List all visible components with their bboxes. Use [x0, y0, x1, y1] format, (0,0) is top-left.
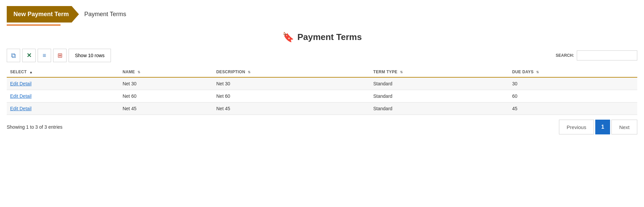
cell-name: Net 60 — [119, 90, 213, 102]
cell-description: Net 60 — [213, 90, 370, 102]
sort-icon-name[interactable]: ⇅ — [137, 70, 140, 74]
col-term-type: TERM TYPE ⇅ — [370, 67, 509, 77]
cell-due-days: 60 — [509, 90, 637, 102]
cell-description: Net 30 — [213, 77, 370, 90]
sort-icon-term-type[interactable]: ⇅ — [400, 70, 403, 74]
toolbar-right: SEARCH: — [556, 50, 637, 60]
sort-icon-description[interactable]: ⇅ — [248, 70, 250, 74]
cell-term-type: Standard — [370, 102, 509, 115]
cell-name: Net 30 — [119, 77, 213, 90]
table-row: Edit DetailNet 45Net 45Standard45 — [7, 102, 637, 115]
search-label: SEARCH: — [556, 53, 574, 58]
cell-description: Net 45 — [213, 102, 370, 115]
excel-icon: ✕ — [27, 52, 32, 59]
excel-button[interactable]: ✕ — [22, 49, 36, 62]
edit-detail-cell: Edit Detail — [7, 90, 119, 102]
edit-detail-cell: Edit Detail — [7, 102, 119, 115]
page-title-area: 🔖 Payment Terms — [0, 32, 644, 43]
cell-due-days: 30 — [509, 77, 637, 90]
next-button[interactable]: Next — [611, 120, 637, 134]
cell-term-type: Standard — [370, 90, 509, 102]
pagination: Previous 1 Next — [559, 120, 637, 134]
toolbar: ⧉ ✕ ≡ ⊞ Show 10 rows SEARCH: — [0, 46, 644, 65]
edit-detail-link[interactable]: Edit Detail — [10, 81, 32, 86]
pdf-button[interactable]: ⊞ — [53, 49, 67, 62]
table-container: SELECT ▲ NAME ⇅ DESCRIPTION ⇅ TERM TYPE … — [0, 67, 644, 115]
search-input[interactable] — [577, 50, 637, 60]
pdf-icon: ⊞ — [57, 52, 63, 59]
breadcrumb: Payment Terms — [84, 11, 126, 18]
show-rows-button[interactable]: Show 10 rows — [69, 49, 111, 62]
cell-name: Net 45 — [119, 102, 213, 115]
csv-icon: ≡ — [43, 52, 46, 59]
payment-terms-table: SELECT ▲ NAME ⇅ DESCRIPTION ⇅ TERM TYPE … — [7, 67, 637, 115]
col-select: SELECT ▲ — [7, 67, 119, 77]
sort-icon-select[interactable]: ▲ — [29, 70, 33, 74]
header-underline — [7, 25, 61, 26]
col-description: DESCRIPTION ⇅ — [213, 67, 370, 77]
copy-button[interactable]: ⧉ — [7, 49, 20, 62]
cell-term-type: Standard — [370, 77, 509, 90]
edit-detail-cell: Edit Detail — [7, 77, 119, 90]
col-name: NAME ⇅ — [119, 67, 213, 77]
footer: Showing 1 to 3 of 3 entries Previous 1 N… — [0, 115, 644, 139]
col-due-days: DUE DAYS ⇅ — [509, 67, 637, 77]
table-row: Edit DetailNet 60Net 60Standard60 — [7, 90, 637, 102]
showing-entries-text: Showing 1 to 3 of 3 entries — [7, 124, 63, 130]
toolbar-left: ⧉ ✕ ≡ ⊞ Show 10 rows — [7, 49, 111, 62]
page-1-button[interactable]: 1 — [595, 120, 610, 134]
cell-due-days: 45 — [509, 102, 637, 115]
page-title: Payment Terms — [297, 32, 362, 42]
table-row: Edit DetailNet 30Net 30Standard30 — [7, 77, 637, 90]
csv-button[interactable]: ≡ — [38, 49, 51, 62]
edit-detail-link[interactable]: Edit Detail — [10, 93, 32, 99]
sort-icon-due-days[interactable]: ⇅ — [536, 70, 539, 74]
copy-icon: ⧉ — [11, 52, 16, 59]
edit-detail-link[interactable]: Edit Detail — [10, 106, 32, 111]
table-header-row: SELECT ▲ NAME ⇅ DESCRIPTION ⇅ TERM TYPE … — [7, 67, 637, 77]
header: New Payment Term Payment Terms — [0, 0, 644, 23]
payment-terms-icon: 🔖 — [282, 32, 294, 43]
new-payment-term-button[interactable]: New Payment Term — [7, 6, 79, 23]
previous-button[interactable]: Previous — [559, 120, 594, 134]
